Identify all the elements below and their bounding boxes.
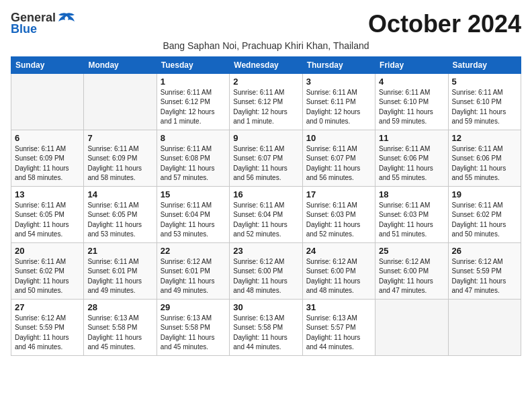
day-number: 30 <box>233 302 298 312</box>
day-number: 23 <box>233 246 298 256</box>
calendar-cell <box>375 299 448 355</box>
calendar-cell: 13Sunrise: 6:11 AMSunset: 6:05 PMDayligh… <box>11 186 84 242</box>
col-thursday: Thursday <box>302 56 375 73</box>
subtitle: Bang Saphan Noi, Prachuap Khiri Khan, Th… <box>11 40 521 51</box>
calendar-cell: 22Sunrise: 6:12 AMSunset: 6:01 PMDayligh… <box>157 242 229 299</box>
day-info: Sunrise: 6:13 AMSunset: 5:58 PMDaylight:… <box>161 314 226 353</box>
calendar-cell: 1Sunrise: 6:11 AMSunset: 6:12 PMDaylight… <box>157 73 229 130</box>
calendar-cell: 20Sunrise: 6:11 AMSunset: 6:02 PMDayligh… <box>11 242 84 299</box>
calendar-table: Sunday Monday Tuesday Wednesday Thursday… <box>11 56 521 356</box>
day-number: 27 <box>15 302 80 312</box>
day-number: 5 <box>452 77 517 87</box>
day-info: Sunrise: 6:11 AMSunset: 6:03 PMDaylight:… <box>306 201 371 240</box>
calendar-cell: 18Sunrise: 6:11 AMSunset: 6:03 PMDayligh… <box>375 186 448 242</box>
day-info: Sunrise: 6:11 AMSunset: 6:02 PMDaylight:… <box>452 201 517 240</box>
day-info: Sunrise: 6:11 AMSunset: 6:09 PMDaylight:… <box>87 144 152 183</box>
day-number: 9 <box>233 133 298 143</box>
calendar-cell: 26Sunrise: 6:12 AMSunset: 5:59 PMDayligh… <box>448 242 521 299</box>
calendar-cell: 4Sunrise: 6:11 AMSunset: 6:10 PMDaylight… <box>375 73 448 130</box>
calendar-week-5: 27Sunrise: 6:12 AMSunset: 5:59 PMDayligh… <box>11 299 521 355</box>
day-info: Sunrise: 6:11 AMSunset: 6:06 PMDaylight:… <box>379 144 444 183</box>
day-number: 3 <box>306 77 371 87</box>
day-info: Sunrise: 6:11 AMSunset: 6:03 PMDaylight:… <box>379 201 444 240</box>
day-number: 24 <box>306 246 371 256</box>
day-number: 18 <box>379 189 444 199</box>
calendar-cell: 12Sunrise: 6:11 AMSunset: 6:06 PMDayligh… <box>448 130 521 186</box>
calendar-cell: 10Sunrise: 6:11 AMSunset: 6:07 PMDayligh… <box>302 130 375 186</box>
col-monday: Monday <box>84 56 157 73</box>
day-info: Sunrise: 6:12 AMSunset: 5:59 PMDaylight:… <box>15 314 80 353</box>
calendar-cell: 21Sunrise: 6:11 AMSunset: 6:01 PMDayligh… <box>84 242 157 299</box>
day-info: Sunrise: 6:13 AMSunset: 5:57 PMDaylight:… <box>306 314 371 353</box>
calendar-week-1: 1Sunrise: 6:11 AMSunset: 6:12 PMDaylight… <box>11 73 521 130</box>
calendar-cell <box>84 73 157 130</box>
day-number: 19 <box>452 189 517 199</box>
calendar-cell: 29Sunrise: 6:13 AMSunset: 5:58 PMDayligh… <box>157 299 229 355</box>
day-number: 4 <box>379 77 444 87</box>
col-friday: Friday <box>375 56 448 73</box>
day-info: Sunrise: 6:13 AMSunset: 5:58 PMDaylight:… <box>233 314 298 353</box>
col-saturday: Saturday <box>448 56 521 73</box>
col-wednesday: Wednesday <box>230 56 302 73</box>
calendar-cell: 28Sunrise: 6:13 AMSunset: 5:58 PMDayligh… <box>84 299 157 355</box>
day-number: 15 <box>161 189 226 199</box>
day-number: 6 <box>15 133 80 143</box>
calendar-cell: 5Sunrise: 6:11 AMSunset: 6:10 PMDaylight… <box>448 73 521 130</box>
day-info: Sunrise: 6:12 AMSunset: 5:59 PMDaylight:… <box>452 257 517 296</box>
day-info: Sunrise: 6:11 AMSunset: 6:05 PMDaylight:… <box>15 201 80 240</box>
day-number: 12 <box>452 133 517 143</box>
day-number: 26 <box>452 246 517 256</box>
day-info: Sunrise: 6:11 AMSunset: 6:06 PMDaylight:… <box>452 144 517 183</box>
calendar-cell: 23Sunrise: 6:12 AMSunset: 6:00 PMDayligh… <box>230 242 302 299</box>
calendar-page: General Blue October 2024 Bang Saphan No… <box>0 0 532 363</box>
day-info: Sunrise: 6:11 AMSunset: 6:04 PMDaylight:… <box>233 201 298 240</box>
calendar-cell: 9Sunrise: 6:11 AMSunset: 6:07 PMDaylight… <box>230 130 302 186</box>
day-number: 17 <box>306 189 371 199</box>
day-number: 21 <box>87 246 152 256</box>
calendar-cell: 6Sunrise: 6:11 AMSunset: 6:09 PMDaylight… <box>11 130 84 186</box>
day-info: Sunrise: 6:11 AMSunset: 6:07 PMDaylight:… <box>233 144 298 183</box>
day-number: 11 <box>379 133 444 143</box>
header: General Blue October 2024 <box>11 11 521 38</box>
day-number: 16 <box>233 189 298 199</box>
day-number: 22 <box>161 246 226 256</box>
calendar-cell: 3Sunrise: 6:11 AMSunset: 6:11 PMDaylight… <box>302 73 375 130</box>
calendar-cell <box>448 299 521 355</box>
col-tuesday: Tuesday <box>157 56 229 73</box>
calendar-cell: 16Sunrise: 6:11 AMSunset: 6:04 PMDayligh… <box>230 186 302 242</box>
calendar-cell: 25Sunrise: 6:12 AMSunset: 6:00 PMDayligh… <box>375 242 448 299</box>
day-info: Sunrise: 6:12 AMSunset: 6:00 PMDaylight:… <box>379 257 444 296</box>
day-number: 28 <box>87 302 152 312</box>
logo-blue: Blue <box>11 22 37 36</box>
col-sunday: Sunday <box>11 56 84 73</box>
month-title: October 2024 <box>368 11 521 38</box>
calendar-cell: 24Sunrise: 6:12 AMSunset: 6:00 PMDayligh… <box>302 242 375 299</box>
logo-bird-icon <box>57 12 76 24</box>
day-info: Sunrise: 6:11 AMSunset: 6:05 PMDaylight:… <box>87 201 152 240</box>
day-number: 10 <box>306 133 371 143</box>
calendar-cell: 15Sunrise: 6:11 AMSunset: 6:04 PMDayligh… <box>157 186 229 242</box>
day-number: 29 <box>161 302 226 312</box>
day-info: Sunrise: 6:12 AMSunset: 6:01 PMDaylight:… <box>161 257 226 296</box>
day-info: Sunrise: 6:11 AMSunset: 6:07 PMDaylight:… <box>306 144 371 183</box>
calendar-cell: 19Sunrise: 6:11 AMSunset: 6:02 PMDayligh… <box>448 186 521 242</box>
day-number: 25 <box>379 246 444 256</box>
day-info: Sunrise: 6:11 AMSunset: 6:02 PMDaylight:… <box>15 257 80 296</box>
day-number: 31 <box>306 302 371 312</box>
day-number: 8 <box>161 133 226 143</box>
day-info: Sunrise: 6:11 AMSunset: 6:04 PMDaylight:… <box>161 201 226 240</box>
calendar-week-2: 6Sunrise: 6:11 AMSunset: 6:09 PMDaylight… <box>11 130 521 186</box>
day-number: 2 <box>233 77 298 87</box>
day-info: Sunrise: 6:11 AMSunset: 6:10 PMDaylight:… <box>452 88 517 127</box>
day-info: Sunrise: 6:12 AMSunset: 6:00 PMDaylight:… <box>233 257 298 296</box>
day-info: Sunrise: 6:11 AMSunset: 6:12 PMDaylight:… <box>161 88 226 127</box>
calendar-cell: 14Sunrise: 6:11 AMSunset: 6:05 PMDayligh… <box>84 186 157 242</box>
calendar-cell <box>11 73 84 130</box>
day-info: Sunrise: 6:11 AMSunset: 6:09 PMDaylight:… <box>15 144 80 183</box>
calendar-cell: 8Sunrise: 6:11 AMSunset: 6:08 PMDaylight… <box>157 130 229 186</box>
calendar-cell: 2Sunrise: 6:11 AMSunset: 6:12 PMDaylight… <box>230 73 302 130</box>
calendar-week-4: 20Sunrise: 6:11 AMSunset: 6:02 PMDayligh… <box>11 242 521 299</box>
day-info: Sunrise: 6:11 AMSunset: 6:11 PMDaylight:… <box>306 88 371 127</box>
calendar-cell: 30Sunrise: 6:13 AMSunset: 5:58 PMDayligh… <box>230 299 302 355</box>
header-row: Sunday Monday Tuesday Wednesday Thursday… <box>11 56 521 73</box>
